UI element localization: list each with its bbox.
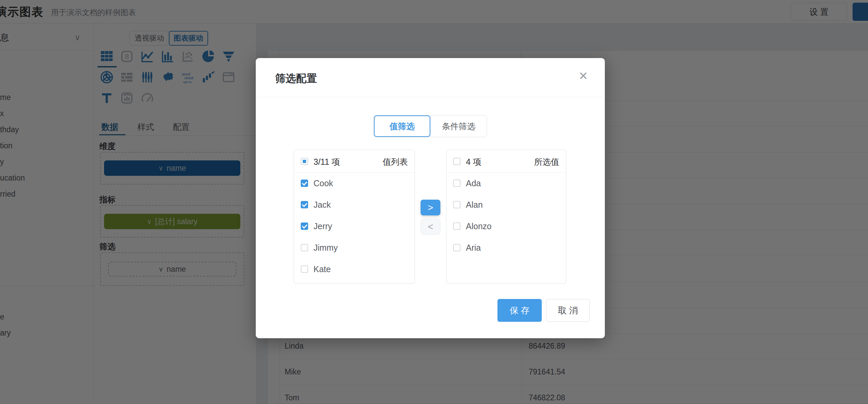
list-item[interactable]: Aria xyxy=(446,237,566,259)
checkbox-checked[interactable] xyxy=(301,201,308,208)
move-right-button[interactable]: > xyxy=(421,200,440,215)
select-all-checkbox[interactable] xyxy=(301,158,308,165)
item-label: Jerry xyxy=(313,221,332,231)
selected-values-title: 所选值 xyxy=(534,156,559,167)
item-label: Ada xyxy=(466,179,480,188)
item-label: Kate xyxy=(313,265,331,274)
checkbox-unchecked[interactable] xyxy=(301,244,308,251)
dialog-header-divider xyxy=(256,97,605,97)
close-icon[interactable]: ✕ xyxy=(579,70,588,82)
list-item[interactable]: Alonzo xyxy=(446,216,566,237)
checkbox-checked[interactable] xyxy=(301,180,308,187)
value-list-panel: 3/11 项 值列表 Cook Jack Jerry Jimmy Kate xyxy=(294,150,415,283)
filter-mode-tabs: 值筛选 条件筛选 xyxy=(374,115,487,137)
value-list-title: 值列表 xyxy=(383,156,408,167)
filter-config-dialog: 筛选配置 ✕ 值筛选 条件筛选 3/11 项 值列表 Cook Jack Jer… xyxy=(256,58,605,338)
checkbox-unchecked[interactable] xyxy=(453,244,461,251)
list-item[interactable]: Jerry xyxy=(294,216,414,237)
list-item[interactable]: Cook xyxy=(294,173,414,194)
item-label: Aria xyxy=(466,243,480,253)
selected-values-header: 4 项 所选值 xyxy=(446,150,566,173)
checkbox-unchecked[interactable] xyxy=(453,180,461,187)
dialog-title: 筛选配置 xyxy=(275,71,317,86)
move-left-button-disabled[interactable]: < xyxy=(421,219,440,235)
item-label: Jimmy xyxy=(313,243,338,253)
tab-value-filter[interactable]: 值筛选 xyxy=(374,116,430,137)
selected-count: 3/11 项 xyxy=(313,156,340,167)
tab-condition-filter[interactable]: 条件筛选 xyxy=(430,116,487,137)
item-label: Alan xyxy=(466,200,483,210)
list-item[interactable]: Jimmy xyxy=(294,237,414,259)
checkbox-checked[interactable] xyxy=(301,222,308,230)
value-list-header: 3/11 项 值列表 xyxy=(294,150,414,173)
selected-values-panel: 4 项 所选值 Ada Alan Alonzo Aria xyxy=(446,150,566,283)
modal-cancel-button[interactable]: 取 消 xyxy=(546,299,590,322)
list-item[interactable]: Ada xyxy=(446,173,566,194)
checkbox-unchecked[interactable] xyxy=(453,222,461,230)
list-item[interactable]: Alan xyxy=(446,194,566,216)
item-label: Jack xyxy=(313,200,331,210)
select-all-checkbox[interactable] xyxy=(453,158,461,165)
list-item[interactable]: Kate xyxy=(294,259,414,280)
modal-save-button[interactable]: 保 存 xyxy=(497,299,542,322)
checkbox-unchecked[interactable] xyxy=(453,201,461,208)
list-item[interactable]: Jack xyxy=(294,194,414,216)
item-label: Alonzo xyxy=(466,221,491,231)
selected-count: 4 项 xyxy=(466,156,481,167)
checkbox-unchecked[interactable] xyxy=(301,266,308,273)
item-label: Cook xyxy=(313,179,333,188)
